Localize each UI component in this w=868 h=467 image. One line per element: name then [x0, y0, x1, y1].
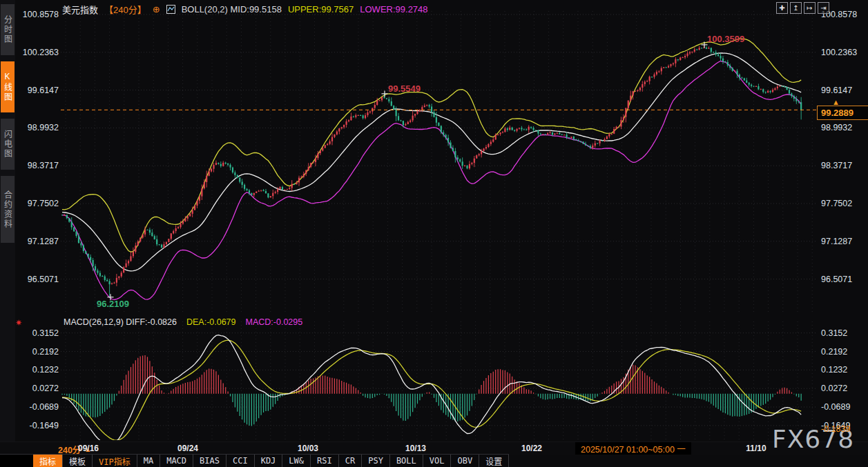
macd-min-label: -0.1839 [821, 424, 850, 434]
window-controls: ✚↥↦⇥ [776, 2, 829, 14]
toolbar-item-CCI[interactable]: CCI [226, 455, 255, 467]
circle-plus-icon[interactable]: ⊕ [153, 4, 160, 14]
macd-axis-label-right: 0.3152 [821, 328, 847, 337]
toolbar-item-设置[interactable]: 设置 [479, 455, 509, 467]
toolbar-item-RSI[interactable]: RSI [311, 455, 339, 467]
macd-axis-label-left: 0.0272 [17, 384, 59, 393]
scale-horizontal-icon[interactable]: ↦ [804, 2, 816, 14]
macd-dea-label: DEA:-0.0679 [186, 317, 236, 327]
macd-header: MACD(26,12,9) DIFF:-0.0826 DEA:-0.0679 M… [64, 317, 302, 327]
macd-axis-label-right: -0.0689 [821, 403, 850, 412]
price-axis-label-left: 100.8578 [17, 10, 59, 19]
x-axis-date-label: 11/10 [746, 444, 766, 453]
price-axis-label-left: 97.1287 [17, 237, 59, 246]
toolbar-item-PSY[interactable]: PSY [362, 455, 390, 467]
price-axis-label-right: 97.7502 [821, 199, 852, 208]
swing-high-annotation: 99.5549 [388, 83, 421, 94]
x-axis-date-label: 09/16 [78, 444, 99, 453]
macd-axis-label-left: 0.2192 [17, 347, 59, 356]
toolbar-item-MA[interactable]: MA [137, 455, 160, 467]
toolbar-item-指标[interactable]: 指标 [33, 455, 63, 467]
price-axis-label-left: 99.6147 [17, 86, 59, 95]
x-axis-date-label: 09/24 [177, 444, 198, 453]
toolbar-item-VOL[interactable]: VOL [423, 455, 452, 467]
move-icon[interactable]: ✚ [776, 2, 788, 14]
price-axis-label-right: 98.9932 [821, 123, 852, 132]
sidebar-tab-合约资料[interactable]: 合约资料 [1, 176, 15, 243]
macd-axis-label-left: -0.1649 [17, 421, 59, 430]
x-axis-date-label: 10/03 [298, 444, 318, 453]
price-axis-label-left: 97.7502 [17, 199, 59, 208]
price-axis-label-left: 98.3717 [17, 161, 59, 170]
sidebar-tab-K线图[interactable]: K线图 [1, 61, 15, 112]
period-label: 【240分】 [104, 3, 146, 16]
swing-low-annotation: 96.2109 [97, 299, 129, 309]
indicator-chart-icon [166, 5, 175, 14]
timeline: 240分 ▲ 2025/10/27 01:00~05:00 一 09/1609/… [0, 441, 868, 455]
peak-high-annotation: 100.3599 [707, 34, 744, 44]
macd-axis-label-left: 0.1232 [17, 366, 59, 375]
toolbar-item-MACD[interactable]: MACD [160, 455, 193, 467]
price-axis-label-right: 99.6147 [821, 86, 852, 95]
hovered-bar-datetime: 2025/10/27 01:00~05:00 一 [575, 442, 691, 455]
sidebar-tab-分时图[interactable]: 分时图 [1, 4, 15, 55]
toolbar-item-OBV[interactable]: OBV [451, 455, 479, 467]
macd-diff-label: MACD(26,12,9) DIFF:-0.0826 [64, 317, 177, 327]
x-axis-date-label: 10/22 [521, 444, 542, 453]
price-axis-label-left: 100.2363 [17, 48, 59, 57]
macd-axis-label-right: 0.0272 [821, 384, 847, 393]
macd-axis-label-left: 0.3152 [17, 328, 59, 337]
price-axis-label-left: 98.9932 [17, 123, 59, 132]
macd-axis-label-left: -0.0689 [17, 403, 59, 412]
macd-alert-icon[interactable]: ✷ [15, 318, 22, 328]
symbol-title: 美元指数 [62, 3, 98, 16]
boll-lower-label: LOWER:99.2748 [360, 4, 427, 14]
sidebar-tab-闪电图[interactable]: 闪电图 [1, 119, 15, 170]
price-axis-label-right: 100.2363 [821, 48, 857, 57]
boll-upper-label: UPPER:99.7567 [288, 4, 354, 14]
indicator-toolbar: 指标模板VIP指标MAMACDBIASCCIKDJLW&RSICRPSYBOLL… [33, 454, 509, 467]
toolbar-left-spacer [0, 454, 33, 467]
price-axis-label-right: 96.5071 [821, 275, 852, 284]
macd-value-label: MACD:-0.0295 [246, 317, 303, 327]
toolbar-item-BOLL[interactable]: BOLL [390, 455, 423, 467]
chart-header: 美元指数 【240分】 ⊕ BOLL(20,2) MID:99.5158 UPP… [62, 3, 428, 15]
toolbar-item-CR[interactable]: CR [339, 455, 362, 467]
macd-axis-label-right: 0.1232 [821, 366, 847, 375]
price-axis-label-right: 97.1287 [821, 237, 852, 246]
toolbar-item-BIAS[interactable]: BIAS [193, 455, 226, 467]
price-chart-canvas[interactable] [0, 0, 868, 467]
toolbar-item-VIP指标[interactable]: VIP指标 [93, 455, 137, 467]
toolbar-item-LW&[interactable]: LW& [282, 455, 311, 467]
trading-app: 分时图K线图闪电图合约资料 美元指数 【240分】 ⊕ BOLL(20,2) M… [0, 0, 868, 467]
toolbar-item-KDJ[interactable]: KDJ [255, 455, 283, 467]
last-price-tag: 99.2889 [817, 106, 868, 120]
price-axis-label-right: 98.3717 [821, 161, 852, 170]
macd-axis-label-right: 0.2192 [821, 347, 847, 356]
price-axis-label-left: 96.5071 [17, 275, 59, 284]
scale-vertical-icon[interactable]: ↥ [790, 2, 802, 14]
toolbar-item-模板[interactable]: 模板 [63, 455, 93, 467]
x-axis-date-label: 10/13 [405, 444, 426, 453]
price-up-triangle-icon: ▲ [832, 99, 840, 106]
boll-mid-label: BOLL(20,2) MID:99.5158 [182, 4, 282, 14]
sidebar: 分时图K线图闪电图合约资料 [0, 0, 15, 467]
exit-chart-icon[interactable]: ⇥ [818, 2, 829, 14]
